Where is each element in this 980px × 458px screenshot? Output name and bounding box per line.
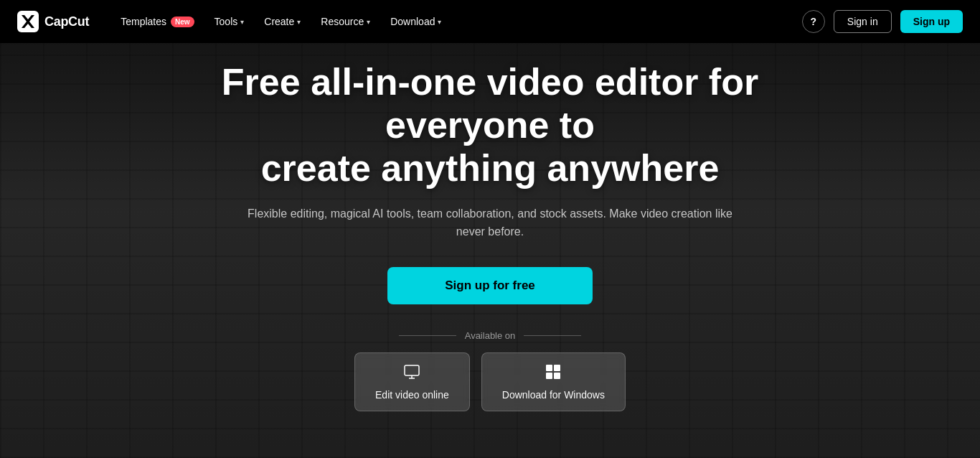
logo-text: CapCut [44, 14, 89, 29]
templates-badge: New [171, 17, 194, 27]
nav-item-resource[interactable]: Resource ▾ [312, 10, 379, 33]
download-chevron-icon: ▾ [438, 18, 441, 26]
hero-content: Free all-in-one video editor for everyon… [167, 61, 813, 411]
available-on-label: Available on [399, 330, 582, 341]
hero-title-line2: create anything anywhere [261, 147, 720, 189]
hero-subtitle: Flexible editing, magical AI tools, team… [246, 205, 734, 241]
edit-online-label: Edit video online [375, 389, 449, 401]
nav-item-tools[interactable]: Tools ▾ [206, 10, 253, 33]
navbar: CapCut Templates New Tools ▾ Create ▾ Re… [0, 0, 980, 43]
nav-item-download[interactable]: Download ▾ [382, 10, 450, 33]
logo[interactable]: CapCut [17, 11, 89, 32]
svg-rect-6 [546, 373, 552, 379]
svg-rect-7 [554, 373, 560, 379]
platform-btn-online[interactable]: Edit video online [354, 352, 470, 411]
hero-title-line1: Free all-in-one video editor for everyon… [222, 61, 758, 146]
nav-label-create: Create [264, 16, 294, 27]
nav-right: ? Sign in Sign up [802, 10, 963, 33]
resource-chevron-icon: ▾ [367, 18, 370, 26]
nav-label-templates: Templates [121, 16, 166, 27]
hero-cta-button[interactable]: Sign up for free [387, 267, 593, 304]
help-button[interactable]: ? [802, 10, 825, 33]
hero-title: Free all-in-one video editor for everyon… [182, 61, 798, 190]
nav-label-download: Download [390, 16, 435, 27]
platform-buttons: Edit video online Download for Windows [354, 352, 626, 411]
edit-online-icon [403, 363, 420, 383]
windows-label: Download for Windows [502, 389, 605, 401]
capcut-logo-icon [17, 11, 39, 32]
nav-item-templates[interactable]: Templates New [112, 10, 202, 33]
create-chevron-icon: ▾ [297, 18, 301, 26]
nav-label-resource: Resource [321, 16, 364, 27]
svg-rect-1 [405, 365, 419, 375]
nav-label-tools: Tools [215, 16, 238, 27]
svg-rect-5 [554, 365, 560, 371]
available-on-section: Available on Edit video online [182, 330, 798, 411]
svg-rect-4 [546, 365, 552, 371]
signin-button[interactable]: Sign in [834, 10, 892, 33]
nav-item-create[interactable]: Create ▾ [255, 10, 309, 33]
hero-section: Free all-in-one video editor for everyon… [0, 43, 980, 458]
platform-btn-windows[interactable]: Download for Windows [481, 352, 626, 411]
tools-chevron-icon: ▾ [240, 18, 244, 26]
signup-button[interactable]: Sign up [900, 10, 963, 33]
nav-links: Templates New Tools ▾ Create ▾ Resource … [112, 10, 779, 33]
windows-icon [545, 363, 562, 383]
